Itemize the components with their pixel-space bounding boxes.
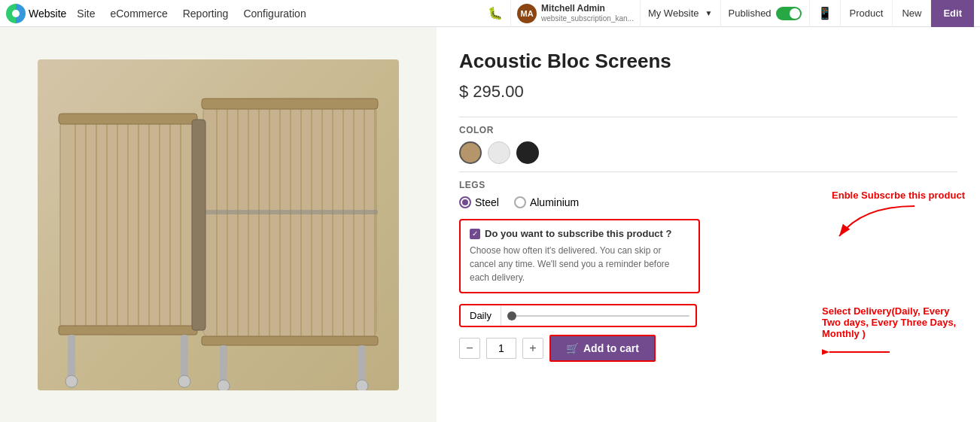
color-tan-swatch[interactable]: [459, 141, 482, 164]
quantity-increase-button[interactable]: +: [522, 338, 543, 359]
color-white-swatch[interactable]: [488, 141, 510, 164]
my-website-button[interactable]: My Website ▼: [641, 0, 721, 27]
product-details-panel: Acoustic Bloc Screens $ 295.00 COLOR LEG…: [437, 27, 980, 422]
slider-thumb: [507, 311, 516, 320]
svg-rect-38: [220, 345, 227, 384]
svg-rect-42: [192, 120, 205, 330]
chevron-down-icon: ▼: [705, 9, 713, 17]
add-to-cart-button[interactable]: 🛒 Add to cart: [549, 335, 656, 362]
published-label: Published: [729, 8, 772, 19]
svg-rect-13: [59, 326, 197, 335]
mobile-view-icon[interactable]: 📱: [810, 0, 841, 27]
logo[interactable]: Website: [6, 4, 66, 23]
new-button[interactable]: New: [893, 0, 931, 27]
user-subscription: website_subscription_kan...: [541, 14, 634, 23]
cart-row: − + 🛒 Add to cart: [459, 335, 957, 362]
legs-options: Steel Aluminium: [459, 196, 957, 208]
configuration-menu[interactable]: Configuration: [236, 0, 313, 27]
svg-point-39: [218, 380, 230, 390]
svg-rect-36: [202, 336, 378, 345]
main-content: Acoustic Bloc Screens $ 295.00 COLOR LEG…: [0, 27, 980, 422]
quantity-decrease-button[interactable]: −: [459, 338, 480, 359]
logo-icon: [6, 4, 26, 23]
reporting-menu[interactable]: Reporting: [175, 0, 236, 27]
svg-rect-40: [358, 345, 366, 384]
subscribe-box: ✓ Do you want to subscribe this product …: [459, 219, 700, 293]
avatar: MA: [517, 4, 537, 23]
product-button[interactable]: Product: [841, 0, 893, 27]
delivery-slider[interactable]: [507, 315, 689, 317]
website-nav-label[interactable]: Website: [29, 8, 66, 20]
delivery-label: Daily: [461, 305, 501, 326]
product-image-area: [0, 27, 437, 422]
legs-aluminium-option[interactable]: Aluminium: [514, 196, 579, 208]
product-price: $ 295.00: [459, 82, 957, 102]
published-toggle-area: Published: [721, 0, 810, 27]
aluminium-radio[interactable]: [514, 196, 526, 208]
legs-label: LEGS: [459, 180, 957, 190]
product-title: Acoustic Bloc Screens: [459, 50, 957, 73]
svg-point-15: [65, 375, 78, 387]
ecommerce-menu[interactable]: eCommerce: [102, 0, 175, 27]
legs-steel-option[interactable]: Steel: [459, 196, 499, 208]
subscribe-checkbox-row: ✓ Do you want to subscribe this product …: [470, 228, 689, 239]
delivery-selector[interactable]: Daily: [459, 304, 697, 327]
svg-point-17: [178, 375, 190, 387]
cart-icon: 🛒: [566, 342, 579, 354]
steel-radio[interactable]: [459, 196, 471, 208]
quantity-input[interactable]: [486, 338, 516, 359]
delivery-slider-area[interactable]: [501, 315, 695, 317]
svg-point-41: [356, 380, 368, 390]
user-name: Mitchell Admin: [541, 3, 634, 14]
subscribe-label: Do you want to subscribe this product ?: [485, 228, 671, 239]
svg-rect-12: [59, 114, 197, 124]
svg-rect-14: [68, 335, 75, 380]
published-toggle[interactable]: [776, 7, 802, 20]
svg-rect-37: [202, 210, 378, 214]
top-navigation: Website Site eCommerce Reporting Configu…: [0, 0, 980, 27]
site-menu[interactable]: Site: [69, 0, 102, 27]
subscribe-checkbox[interactable]: ✓: [470, 229, 480, 239]
user-menu[interactable]: MA Mitchell Admin website_subscription_k…: [510, 0, 641, 27]
product-image: [38, 59, 399, 390]
color-black-swatch[interactable]: [516, 141, 539, 164]
svg-rect-16: [181, 335, 188, 380]
color-label: COLOR: [459, 125, 957, 135]
edit-button[interactable]: Edit: [931, 0, 974, 27]
product-svg: [38, 59, 399, 390]
color-options: [459, 141, 957, 164]
subscribe-description: Choose how often it's delivered. You can…: [470, 244, 689, 284]
debug-icon[interactable]: 🐛: [480, 0, 510, 27]
svg-rect-35: [202, 99, 378, 109]
